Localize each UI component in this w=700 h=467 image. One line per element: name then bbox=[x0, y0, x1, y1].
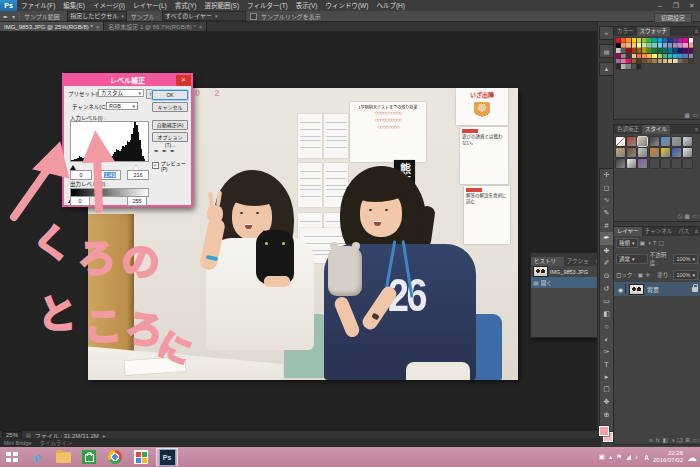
tab-color[interactable]: カラー bbox=[614, 27, 637, 36]
color-swatch[interactable] bbox=[652, 59, 657, 64]
lasso-tool-icon[interactable]: ∿ bbox=[600, 194, 613, 207]
color-swatch[interactable] bbox=[642, 43, 647, 48]
marquee-tool-icon[interactable]: ◻ bbox=[600, 182, 613, 195]
color-swatch[interactable] bbox=[616, 38, 621, 43]
color-swatch[interactable] bbox=[663, 59, 668, 64]
color-swatch[interactable] bbox=[689, 38, 694, 43]
color-swatch[interactable] bbox=[647, 43, 652, 48]
black-eyedropper-icon[interactable]: ✒ bbox=[154, 147, 159, 154]
options-button[interactable]: オプション(T)... bbox=[152, 132, 188, 142]
color-swatch[interactable] bbox=[683, 43, 688, 48]
pen-tool-icon[interactable]: ✑ bbox=[600, 345, 613, 358]
ime-pad-icon[interactable]: ▣ bbox=[599, 453, 605, 460]
filter-shape-icon[interactable]: ▢ bbox=[659, 239, 665, 246]
preview-checkbox[interactable]: ✓ bbox=[152, 162, 159, 169]
opacity-dropdown[interactable]: 100%▾ bbox=[673, 254, 698, 264]
minimize-button[interactable]: – bbox=[654, 0, 666, 11]
style-swatch[interactable] bbox=[661, 148, 670, 157]
hidden-icons-chevron[interactable]: ▴ bbox=[609, 453, 612, 460]
blend-mode-dropdown[interactable]: 通常▾ bbox=[616, 254, 648, 264]
input-black-field[interactable]: 0 bbox=[70, 170, 92, 180]
color-swatch[interactable] bbox=[658, 54, 663, 59]
panel-menu-icon[interactable]: ≡ bbox=[695, 27, 700, 36]
style-swatch[interactable] bbox=[616, 137, 625, 146]
style-swatch[interactable] bbox=[650, 137, 659, 146]
style-swatch[interactable] bbox=[683, 159, 692, 168]
color-swatch[interactable] bbox=[632, 48, 637, 53]
style-swatch[interactable] bbox=[650, 148, 659, 157]
style-swatch[interactable] bbox=[616, 159, 625, 168]
color-swatch[interactable] bbox=[621, 43, 626, 48]
tab-channels[interactable]: チャンネル bbox=[642, 227, 675, 236]
tab-swatches[interactable]: スウォッチ bbox=[637, 27, 671, 36]
panel-menu-icon[interactable]: ≡ bbox=[695, 125, 700, 134]
style-swatch[interactable] bbox=[616, 148, 625, 157]
show-sampling-ring-checkbox[interactable] bbox=[250, 13, 257, 20]
zoom-tool-icon[interactable]: ⊕ bbox=[600, 408, 613, 421]
color-swatch[interactable] bbox=[673, 38, 678, 43]
filter-pixel-icon[interactable]: ▣ bbox=[640, 239, 646, 246]
preset-dropdown[interactable]: カスタム▾ bbox=[98, 89, 144, 97]
color-swatch[interactable] bbox=[621, 38, 626, 43]
style-swatch[interactable] bbox=[638, 148, 647, 157]
ime-language-indicator[interactable]: A bbox=[644, 454, 649, 461]
layer-visibility-eye-icon[interactable]: ◉ bbox=[616, 284, 626, 294]
windows-store-icon[interactable] bbox=[78, 448, 100, 466]
path-selection-tool-icon[interactable]: ▸ bbox=[600, 371, 613, 384]
white-point-slider[interactable] bbox=[133, 162, 139, 170]
color-swatch[interactable] bbox=[683, 48, 688, 53]
menu-item[interactable]: レイヤー(L) bbox=[129, 0, 171, 11]
color-swatch[interactable] bbox=[668, 43, 673, 48]
internet-explorer-icon[interactable]: e bbox=[26, 448, 48, 466]
color-swatch[interactable] bbox=[652, 38, 657, 43]
menu-item[interactable]: フィルター(T) bbox=[243, 0, 292, 11]
healing-brush-tool-icon[interactable]: ✚ bbox=[600, 245, 613, 258]
tab-history[interactable]: ヒストリー bbox=[531, 257, 564, 266]
input-gamma-field[interactable]: 1.43 bbox=[99, 170, 121, 180]
move-tool-icon[interactable]: ✛ bbox=[600, 169, 613, 182]
color-swatch[interactable] bbox=[673, 48, 678, 53]
color-swatch[interactable] bbox=[658, 43, 663, 48]
restore-button[interactable]: ❐ bbox=[670, 0, 682, 11]
sample-layers-dropdown[interactable]: すべてのレイヤー▾ bbox=[162, 11, 246, 21]
filter-type-icon[interactable]: T bbox=[653, 240, 657, 246]
color-swatch[interactable] bbox=[663, 48, 668, 53]
color-swatch[interactable] bbox=[663, 43, 668, 48]
color-swatch[interactable] bbox=[658, 59, 663, 64]
style-swatch[interactable] bbox=[683, 137, 692, 146]
color-swatch[interactable] bbox=[673, 59, 678, 64]
canvas-area[interactable]: 90 2 1学期期末テストまでの残り授業 ○○○○○ ○○○○○ ○○○○○ ○… bbox=[0, 31, 597, 430]
history-state-row[interactable]: ▤ 開く bbox=[531, 277, 597, 288]
black-point-slider[interactable] bbox=[70, 162, 76, 170]
output-white-field[interactable]: 255 bbox=[127, 196, 147, 206]
color-swatch[interactable] bbox=[647, 38, 652, 43]
workspace-switcher[interactable]: 初期設定 bbox=[654, 13, 692, 23]
color-swatch[interactable] bbox=[621, 64, 626, 69]
menu-item[interactable]: イメージ(I) bbox=[89, 0, 129, 11]
menu-item[interactable]: 選択範囲(S) bbox=[200, 0, 243, 11]
panel-menu-icon[interactable]: ≡ bbox=[596, 257, 597, 266]
blur-tool-icon[interactable]: ○ bbox=[600, 320, 613, 333]
color-swatch[interactable] bbox=[658, 48, 663, 53]
input-white-field[interactable]: 216 bbox=[127, 170, 149, 180]
layer-style-fx-icon[interactable]: fx bbox=[656, 437, 660, 443]
delete-swatch-icon[interactable]: ▭ bbox=[693, 112, 698, 118]
color-swatch[interactable] bbox=[616, 64, 621, 69]
color-swatch[interactable] bbox=[626, 38, 631, 43]
collapse-dock-icon[interactable]: « bbox=[599, 26, 614, 40]
style-swatch[interactable] bbox=[627, 159, 636, 168]
panel-menu-icon[interactable]: ≡ bbox=[695, 227, 700, 236]
color-swatch[interactable] bbox=[616, 59, 621, 64]
color-swatch[interactable] bbox=[689, 59, 694, 64]
quick-selection-tool-icon[interactable]: ✎ bbox=[600, 207, 613, 220]
gray-eyedropper-icon[interactable]: ✒ bbox=[162, 147, 167, 154]
color-swatch[interactable] bbox=[616, 54, 621, 59]
color-swatch[interactable] bbox=[642, 38, 647, 43]
color-swatch[interactable] bbox=[652, 48, 657, 53]
color-swatch[interactable] bbox=[647, 48, 652, 53]
tab-paths[interactable]: パス bbox=[675, 227, 692, 236]
color-swatch[interactable] bbox=[632, 54, 637, 59]
type-tool-icon[interactable]: T bbox=[600, 358, 613, 371]
tab-close-icon[interactable]: × bbox=[199, 24, 203, 30]
color-swatch[interactable] bbox=[626, 43, 631, 48]
